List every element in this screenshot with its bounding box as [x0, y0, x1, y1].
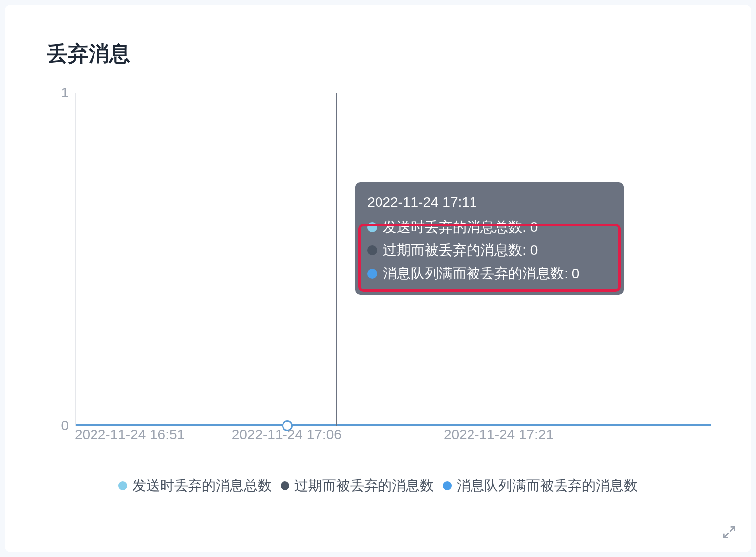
tooltip-row-2: 消息队列满而被丢弃的消息数: 0	[367, 262, 612, 285]
tooltip-dot-2	[367, 269, 377, 278]
series-baseline	[76, 424, 711, 426]
legend-dot-2	[443, 481, 452, 490]
x-tick-0: 2022-11-24 16:51	[75, 427, 185, 443]
legend-item-1[interactable]: 过期而被丢弃的消息数	[281, 476, 434, 495]
tooltip-dot-1	[367, 245, 377, 255]
y-tick-0: 0	[61, 418, 69, 434]
chart-tooltip: 2022-11-24 17:11 发送时丢弃的消息总数: 0 过期而被丢弃的消息…	[355, 182, 624, 295]
x-tick-2: 2022-11-24 17:21	[444, 427, 554, 443]
plot-region[interactable]: 2022-11-24 17:11 发送时丢弃的消息总数: 0 过期而被丢弃的消息…	[75, 93, 711, 426]
chart-card: 丢弃消息 1 0 2022-11-24 17:11 发送时丢弃的消息总数: 0 …	[5, 5, 751, 552]
tooltip-label-0: 发送时丢弃的消息总数: 0	[383, 216, 538, 239]
legend-item-0[interactable]: 发送时丢弃的消息总数	[118, 476, 272, 495]
chart-area[interactable]: 1 0 2022-11-24 17:11 发送时丢弃的消息总数: 0 过期而被丢…	[55, 93, 711, 441]
legend-label-2: 消息队列满而被丢弃的消息数	[457, 476, 638, 495]
legend-item-2[interactable]: 消息队列满而被丢弃的消息数	[443, 476, 638, 495]
chart-legend: 发送时丢弃的消息总数 过期而被丢弃的消息数 消息队列满而被丢弃的消息数	[35, 476, 721, 495]
x-tick-1: 2022-11-24 17:06	[232, 427, 342, 443]
legend-label-1: 过期而被丢弃的消息数	[294, 476, 434, 495]
crosshair-line	[336, 93, 337, 426]
x-axis: 2022-11-24 16:51 2022-11-24 17:06 2022-1…	[75, 427, 711, 447]
tooltip-row-1: 过期而被丢弃的消息数: 0	[367, 239, 612, 262]
tooltip-label-1: 过期而被丢弃的消息数: 0	[383, 239, 538, 262]
expand-icon[interactable]	[721, 524, 737, 540]
tooltip-dot-0	[367, 222, 377, 232]
y-tick-1: 1	[61, 85, 69, 100]
legend-dot-1	[281, 481, 289, 490]
tooltip-row-0: 发送时丢弃的消息总数: 0	[367, 216, 612, 239]
tooltip-timestamp: 2022-11-24 17:11	[367, 191, 612, 214]
tooltip-label-2: 消息队列满而被丢弃的消息数: 0	[383, 262, 579, 285]
chart-title: 丢弃消息	[47, 40, 721, 68]
legend-dot-0	[118, 481, 127, 490]
legend-label-0: 发送时丢弃的消息总数	[132, 476, 272, 495]
y-axis: 1 0	[55, 93, 75, 426]
